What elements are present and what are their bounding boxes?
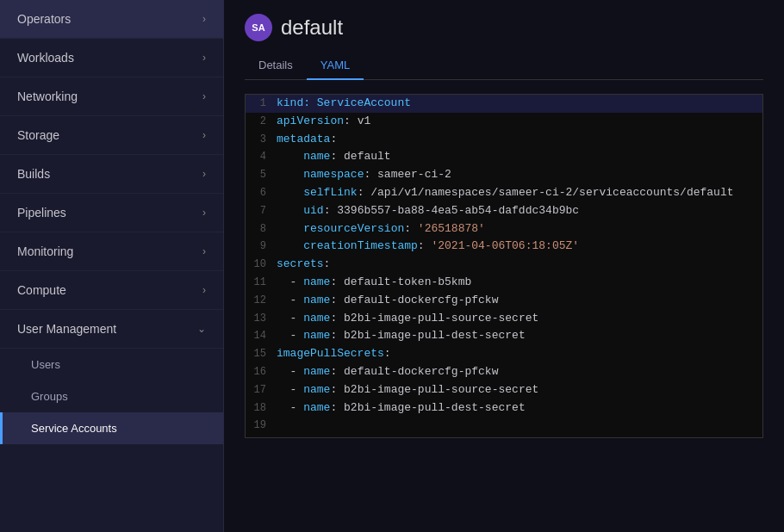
yaml-line: 18 - name: b2bi-image-pull-dest-secret [246,399,762,418]
yaml-line: 4 name: default [246,148,762,166]
line-number: 8 [246,221,277,238]
sidebar-item-label: Builds [17,167,50,181]
sidebar-item-operators[interactable]: Operators › [0,0,223,39]
chevron-right-icon: › [202,284,206,296]
line-number: 3 [246,132,277,148]
line-number: 4 [246,149,277,165]
yaml-line: 15imagePullSecrets: [246,345,762,363]
yaml-line: 8 resourceVersion: '26518878' [246,220,762,238]
line-content: imagePullSecrets: [277,345,391,363]
yaml-line: 10secrets: [246,256,762,274]
yaml-container[interactable]: 1kind: ServiceAccount2apiVersion: v13met… [224,80,784,532]
line-number: 7 [246,203,277,220]
sa-badge: SA [245,14,272,41]
yaml-line: 19 [246,417,762,435]
sidebar-item-workloads[interactable]: Workloads › [0,39,223,77]
line-content [277,417,283,435]
line-content: - name: default-dockercfg-pfckw [277,363,498,381]
sidebar-sub-item-label: Users [31,358,60,371]
sidebar-item-label: Operators [17,12,71,26]
chevron-right-icon: › [202,13,206,25]
line-content: uid: 3396b557-ba88-4ea5-ab54-dafddc34b9b… [277,202,579,220]
yaml-line: 14 - name: b2bi-image-pull-dest-secret [246,327,762,345]
chevron-right-icon: › [202,245,206,257]
sidebar-item-label: User Management [17,322,116,336]
yaml-line: 12 - name: default-dockercfg-pfckw [246,292,762,310]
line-number: 15 [246,346,277,362]
tab-bar: Details YAML [245,52,763,80]
sidebar-sub-item-service-accounts[interactable]: Service Accounts [0,412,223,444]
line-content: - name: b2bi-image-pull-source-secret [277,310,538,328]
tab-yaml[interactable]: YAML [307,52,364,80]
sidebar-item-label: Storage [17,128,59,142]
chevron-right-icon: › [202,168,206,180]
chevron-down-icon: ⌄ [197,323,206,335]
line-content: - name: b2bi-image-pull-dest-secret [277,399,526,418]
line-number: 5 [246,167,277,183]
sidebar-sub-item-groups[interactable]: Groups [0,380,223,412]
sidebar-sub-item-label: Service Accounts [31,422,117,435]
page-header: SA default Details YAML [224,0,784,80]
yaml-line: 6 selfLink: /api/v1/namespaces/sameer-ci… [246,184,762,202]
line-content: namespace: sameer-ci-2 [277,166,451,184]
line-number: 6 [246,185,277,201]
line-number: 9 [246,238,277,255]
tab-details[interactable]: Details [245,52,307,80]
sidebar-sub-item-label: Groups [31,390,68,403]
sidebar-item-user-management[interactable]: User Management ⌄ [0,310,223,349]
sidebar-item-label: Workloads [17,51,74,65]
line-number: 1 [246,96,277,112]
line-number: 2 [246,114,277,130]
yaml-line: 11 - name: default-token-b5kmb [246,274,762,292]
main-content: SA default Details YAML 1kind: ServiceAc… [224,0,784,532]
chevron-right-icon: › [202,90,206,102]
yaml-line: 17 - name: b2bi-image-pull-source-secret [246,381,762,399]
yaml-line: 1kind: ServiceAccount [246,95,762,113]
yaml-line: 2apiVersion: v1 [246,113,762,131]
page-title-row: SA default [245,14,763,41]
line-content: name: default [277,148,391,166]
line-number: 16 [246,364,277,380]
line-content: apiVersion: v1 [277,113,370,131]
yaml-editor: 1kind: ServiceAccount2apiVersion: v13met… [245,94,763,438]
line-content: - name: b2bi-image-pull-dest-secret [277,327,526,345]
page-title: default [281,15,343,40]
line-content: secrets: [277,256,330,274]
line-number: 10 [246,257,277,273]
sidebar-item-builds[interactable]: Builds › [0,155,223,194]
sidebar-item-label: Monitoring [17,244,73,258]
yaml-line: 13 - name: b2bi-image-pull-source-secret [246,310,762,328]
line-number: 13 [246,311,277,327]
sidebar-item-networking[interactable]: Networking › [0,77,223,116]
yaml-line: 5 namespace: sameer-ci-2 [246,166,762,184]
yaml-line: 16 - name: default-dockercfg-pfckw [246,363,762,381]
sidebar-item-label: Networking [17,90,78,103]
sidebar-item-label: Compute [17,283,66,297]
line-content: - name: b2bi-image-pull-source-secret [277,381,538,399]
line-content: - name: default-dockercfg-pfckw [277,292,498,310]
sidebar-item-label: Pipelines [17,206,66,220]
sidebar-item-monitoring[interactable]: Monitoring › [0,232,223,271]
sidebar-sub-item-users[interactable]: Users [0,349,223,380]
yaml-line: 7 uid: 3396b557-ba88-4ea5-ab54-dafddc34b… [246,202,762,220]
line-number: 18 [246,400,277,417]
line-number: 11 [246,275,277,291]
chevron-right-icon: › [202,129,206,141]
sidebar: Operators › Workloads › Networking › Sto… [0,0,224,532]
sidebar-item-compute[interactable]: Compute › [0,271,223,310]
yaml-line: 3metadata: [246,131,762,149]
sidebar-item-storage[interactable]: Storage › [0,116,223,155]
line-number: 19 [246,418,277,434]
line-content: resourceVersion: '26518878' [277,220,485,238]
line-content: selfLink: /api/v1/namespaces/sameer-ci-2… [277,184,734,202]
line-content: creationTimestamp: '2021-04-06T06:18:05Z… [277,238,579,256]
line-content: kind: ServiceAccount [277,95,411,113]
line-number: 12 [246,293,277,309]
chevron-right-icon: › [202,207,206,219]
line-content: metadata: [277,131,337,149]
line-content: - name: default-token-b5kmb [277,274,471,292]
yaml-line: 9 creationTimestamp: '2021-04-06T06:18:0… [246,238,762,256]
chevron-right-icon: › [202,52,206,64]
line-number: 17 [246,382,277,399]
sidebar-item-pipelines[interactable]: Pipelines › [0,194,223,232]
